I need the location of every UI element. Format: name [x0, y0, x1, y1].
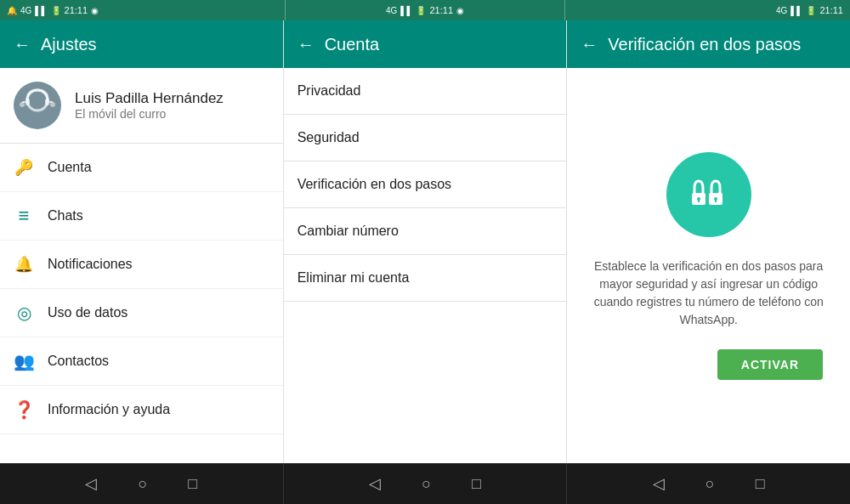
bell-icon: 🔔: [14, 254, 34, 275]
menu-privacidad[interactable]: Privacidad: [284, 68, 567, 115]
wa-icon-2: ◉: [456, 6, 464, 15]
panels-container: ← Ajustes Luis Padilla Hernández: [0, 20, 850, 463]
nav-home-2[interactable]: ○: [422, 475, 431, 493]
bars-icon-3: ▌▌: [790, 6, 802, 15]
back-button-ajustes[interactable]: ←: [14, 35, 31, 54]
settings-item-cuenta[interactable]: 🔑 Cuenta: [0, 144, 283, 192]
help-icon: ❓: [14, 399, 34, 420]
settings-label-info: Información y ayuda: [48, 402, 170, 417]
svg-rect-10: [698, 200, 700, 202]
status-section-3: 4G ▌▌ 🔋 21:11: [565, 5, 850, 15]
svg-rect-2: [26, 99, 30, 105]
chat-icon: ≡: [14, 206, 34, 226]
nav-section-3: ◁ ○ □: [567, 474, 850, 493]
lock-icon: [687, 173, 731, 217]
menu-verificacion[interactable]: Verificación en dos pasos: [284, 161, 567, 208]
settings-item-chats[interactable]: ≡ Chats: [0, 192, 283, 241]
verification-content: Establece la verificación en dos pasos p…: [567, 68, 850, 463]
panel-verificacion: ← Verificación en dos pasos: [567, 20, 850, 463]
time-3: 21:11: [819, 5, 843, 15]
panel-ajustes: ← Ajustes Luis Padilla Hernández: [0, 20, 284, 463]
activate-button[interactable]: ACTIVAR: [717, 349, 823, 380]
nav-section-2: ◁ ○ □: [284, 474, 567, 493]
profile-info: Luis Padilla Hernández El móvil del curr…: [75, 90, 224, 121]
profile-name: Luis Padilla Hernández: [75, 90, 224, 107]
battery-icon-2: 🔋: [416, 6, 426, 15]
nav-section-1: ◁ ○ □: [0, 474, 283, 493]
time-1: 21:11: [65, 5, 88, 15]
svg-point-6: [20, 102, 25, 107]
nav-back-1[interactable]: ◁: [85, 474, 97, 493]
bars-icon-2: ▌▌: [400, 6, 412, 15]
profile-status: El móvil del curro: [75, 107, 224, 121]
contacts-icon: 👥: [14, 351, 34, 371]
cuenta-menu-list: Privacidad Seguridad Verificación en dos…: [284, 68, 567, 463]
settings-item-contactos[interactable]: 👥 Contactos: [0, 337, 283, 386]
settings-label-cuenta: Cuenta: [48, 160, 92, 175]
svg-rect-3: [45, 99, 49, 105]
status-section-2: 4G ▌▌ 🔋 21:11 ◉: [286, 5, 564, 15]
panel-cuenta: ← Cuenta Privacidad Seguridad Verificaci…: [284, 20, 568, 463]
time-2: 21:11: [429, 5, 453, 15]
svg-point-7: [50, 102, 55, 107]
signal-icon-2: 4G: [386, 6, 397, 15]
nav-home-3[interactable]: ○: [706, 475, 715, 493]
nav-home-1[interactable]: ○: [138, 475, 147, 493]
svg-rect-13: [715, 200, 717, 202]
verification-description: Establece la verificación en dos pasos p…: [590, 258, 828, 329]
back-button-cuenta[interactable]: ←: [298, 35, 314, 54]
menu-eliminar-cuenta[interactable]: Eliminar mi cuenta: [284, 255, 567, 302]
status-section-1: 🔔 4G ▌▌ 🔋 21:11 ◉: [0, 5, 285, 15]
toolbar-cuenta: ← Cuenta: [284, 20, 567, 68]
battery-icon-1: 🔋: [51, 6, 61, 15]
title-cuenta: Cuenta: [325, 35, 380, 54]
nav-back-2[interactable]: ◁: [369, 474, 381, 493]
nav-back-3[interactable]: ◁: [653, 474, 665, 493]
menu-seguridad[interactable]: Seguridad: [284, 115, 567, 161]
title-verificacion: Verificación en dos pasos: [608, 35, 801, 54]
title-ajustes: Ajustes: [41, 35, 97, 54]
settings-list: 🔑 Cuenta ≡ Chats 🔔 Notificaciones ◎ Uso …: [0, 144, 283, 463]
settings-item-notificaciones[interactable]: 🔔 Notificaciones: [0, 241, 283, 289]
bars-icon-1: ▌▌: [35, 6, 47, 15]
settings-item-info[interactable]: ❓ Información y ayuda: [0, 386, 283, 434]
settings-item-uso-datos[interactable]: ◎ Uso de datos: [0, 289, 283, 337]
signal-icon-3: 4G: [776, 6, 787, 15]
toolbar-verificacion: ← Verificación en dos pasos: [567, 20, 850, 68]
notification-icon: 🔔: [7, 6, 17, 15]
signal-icon-1: 4G: [20, 6, 31, 15]
lock-circle: [666, 152, 751, 237]
battery-icon-3: 🔋: [806, 6, 816, 15]
nav-bar: ◁ ○ □ ◁ ○ □ ◁ ○ □: [0, 463, 850, 504]
profile-section[interactable]: Luis Padilla Hernández El móvil del curr…: [0, 68, 283, 144]
menu-cambiar-numero[interactable]: Cambiar número: [284, 208, 567, 255]
back-button-verificacion[interactable]: ←: [581, 35, 598, 54]
settings-label-notificaciones: Notificaciones: [48, 257, 133, 272]
settings-label-contactos: Contactos: [48, 354, 109, 369]
settings-label-uso-datos: Uso de datos: [48, 305, 128, 320]
avatar: [14, 82, 61, 129]
data-icon: ◎: [14, 303, 34, 323]
key-icon: 🔑: [14, 157, 34, 178]
settings-label-chats: Chats: [48, 208, 83, 224]
wa-icon-1: ◉: [91, 6, 99, 15]
nav-recents-1[interactable]: □: [188, 475, 197, 493]
toolbar-ajustes: ← Ajustes: [0, 20, 283, 68]
status-bar: 🔔 4G ▌▌ 🔋 21:11 ◉ 4G ▌▌ 🔋 21:11 ◉ 4G ▌▌ …: [0, 0, 850, 20]
nav-recents-2[interactable]: □: [472, 475, 481, 493]
nav-recents-3[interactable]: □: [756, 475, 765, 493]
